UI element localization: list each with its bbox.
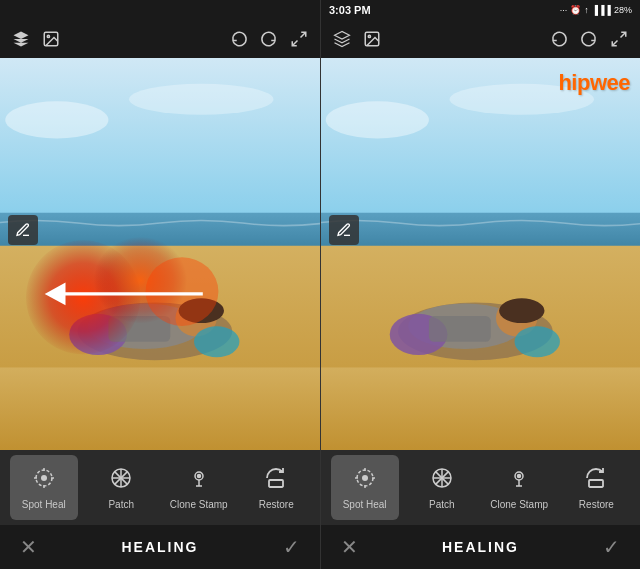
svg-rect-46 xyxy=(429,316,491,342)
image-area-right: hipwee xyxy=(321,58,640,450)
clone-stamp-label-right: Clone Stamp xyxy=(490,499,548,510)
toolbar-left xyxy=(0,20,320,58)
patch-icon xyxy=(109,466,133,495)
svg-rect-14 xyxy=(0,367,320,450)
undo-icon-right[interactable] xyxy=(548,28,570,50)
alarm-icon: ⏰ xyxy=(570,5,581,15)
toolbar-right-left-icons xyxy=(331,28,383,50)
clone-stamp-label-left: Clone Stamp xyxy=(170,499,228,510)
healing-title-right: HEALING xyxy=(442,539,519,555)
cancel-button-left[interactable]: ✕ xyxy=(20,535,37,559)
svg-point-17 xyxy=(145,257,218,326)
healing-title-left: HEALING xyxy=(122,539,199,555)
clone-stamp-icon-right xyxy=(507,466,531,495)
tool-spot-heal-left[interactable]: Spot Heal xyxy=(10,455,78,520)
status-icons: ··· ⏰ ↑ ▐▐▐ 28% xyxy=(560,5,632,15)
svg-point-4 xyxy=(129,84,273,115)
svg-point-21 xyxy=(41,475,47,481)
tools-bar-left: Spot Heal Patch xyxy=(0,450,320,525)
hipwee-logo: hipwee xyxy=(558,70,630,96)
patch-icon-right xyxy=(430,466,454,495)
svg-point-37 xyxy=(326,101,429,138)
svg-point-3 xyxy=(5,101,108,138)
tool-spot-heal-right[interactable]: Spot Heal xyxy=(331,455,399,520)
svg-point-1 xyxy=(47,35,49,37)
brush-tool-icon-right[interactable] xyxy=(329,215,359,245)
spot-heal-label-right: Spot Heal xyxy=(343,499,387,510)
brush-tool-icon[interactable] xyxy=(8,215,38,245)
toolbar-left-icons xyxy=(10,28,62,50)
toolbar-right xyxy=(321,20,640,58)
svg-point-50 xyxy=(362,475,368,481)
action-bar-left: ✕ HEALING ✓ xyxy=(0,525,320,569)
restore-icon xyxy=(264,466,288,495)
redo-icon[interactable] xyxy=(258,28,280,50)
redo-icon-right[interactable] xyxy=(578,28,600,50)
patch-label-right: Patch xyxy=(429,499,455,510)
status-time: 3:03 PM xyxy=(329,4,371,16)
tool-patch-left[interactable]: Patch xyxy=(87,455,155,520)
svg-point-44 xyxy=(499,298,544,323)
wifi-icon: ↑ xyxy=(584,5,589,15)
status-bar: 3:03 PM ··· ⏰ ↑ ▐▐▐ 28% xyxy=(321,0,640,20)
battery-percent: 28% xyxy=(614,5,632,15)
spot-heal-label-left: Spot Heal xyxy=(22,499,66,510)
confirm-button-right[interactable]: ✓ xyxy=(603,535,620,559)
restore-icon-right xyxy=(584,466,608,495)
svg-point-32 xyxy=(197,474,200,477)
tools-bar-right: Spot Heal Patch xyxy=(321,450,640,525)
image-icon-right[interactable] xyxy=(361,28,383,50)
action-bar-right: ✕ HEALING ✓ xyxy=(321,525,640,569)
tool-clone-stamp-right[interactable]: Clone Stamp xyxy=(485,455,553,520)
svg-point-47 xyxy=(515,326,560,357)
confirm-button-left[interactable]: ✓ xyxy=(283,535,300,559)
tool-patch-right[interactable]: Patch xyxy=(408,455,476,520)
svg-rect-62 xyxy=(589,480,603,487)
undo-icon[interactable] xyxy=(228,28,250,50)
left-panel: Spot Heal Patch xyxy=(0,0,320,569)
tool-restore-right[interactable]: Restore xyxy=(562,455,630,520)
restore-label-right: Restore xyxy=(579,499,614,510)
svg-rect-2 xyxy=(0,58,320,223)
patch-label-left: Patch xyxy=(108,499,134,510)
svg-point-35 xyxy=(368,35,370,37)
toolbar-right-icons xyxy=(228,28,310,50)
cancel-button-right[interactable]: ✕ xyxy=(341,535,358,559)
expand-icon[interactable] xyxy=(288,28,310,50)
image-icon[interactable] xyxy=(40,28,62,50)
layers-icon[interactable] xyxy=(10,28,32,50)
tool-clone-stamp-left[interactable]: Clone Stamp xyxy=(165,455,233,520)
expand-icon-right[interactable] xyxy=(608,28,630,50)
tool-restore-left[interactable]: Restore xyxy=(242,455,310,520)
signal-dots: ··· xyxy=(560,5,568,15)
restore-label-left: Restore xyxy=(259,499,294,510)
no-status-bar xyxy=(0,0,320,20)
layers-icon-right[interactable] xyxy=(331,28,353,50)
signal-bars: ▐▐▐ xyxy=(592,5,611,15)
toolbar-right-right-icons xyxy=(548,28,630,50)
right-panel: 3:03 PM ··· ⏰ ↑ ▐▐▐ 28% xyxy=(320,0,640,569)
image-area-left xyxy=(0,58,320,450)
svg-rect-33 xyxy=(269,480,283,487)
spot-heal-icon xyxy=(32,466,56,495)
svg-point-61 xyxy=(518,474,521,477)
svg-rect-48 xyxy=(321,367,640,450)
clone-stamp-icon xyxy=(187,466,211,495)
spot-heal-icon-right xyxy=(353,466,377,495)
